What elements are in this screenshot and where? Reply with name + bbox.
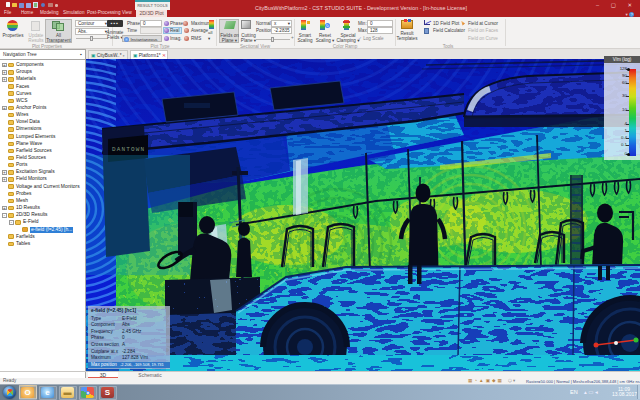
svg-text:DANTOWN: DANTOWN: [112, 146, 144, 153]
